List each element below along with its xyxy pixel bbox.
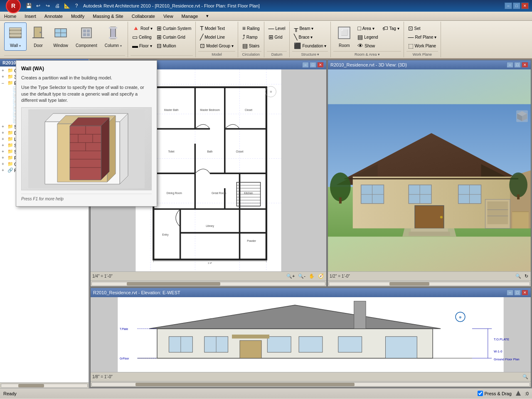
- brace-button[interactable]: ╲ Brace ▾: [292, 33, 328, 41]
- window-button[interactable]: Window: [50, 22, 71, 51]
- room-tag-col: 🏷 Tag ▾: [381, 22, 401, 32]
- room-button[interactable]: ⬜ Room: [333, 22, 355, 51]
- model-text-button[interactable]: T Model Text: [198, 24, 235, 32]
- beam-icon: ╥: [294, 25, 298, 32]
- restore-btn[interactable]: □: [513, 2, 520, 9]
- tag-icon: 🏷: [382, 25, 388, 32]
- sidebar-scrollbar-h[interactable]: [0, 382, 89, 388]
- model-group-items: T Model Text ╱ Model Line ⊡ Model Group …: [198, 22, 235, 51]
- elevation-scrollbar-h[interactable]: [91, 381, 531, 387]
- elevation-minimize[interactable]: –: [507, 290, 513, 296]
- door-button[interactable]: Door: [27, 22, 49, 51]
- minimize-btn[interactable]: –: [505, 2, 512, 9]
- ceiling-button[interactable]: ▭ Ceiling: [131, 33, 154, 41]
- ref-plane-button[interactable]: — Ref Plane ▾: [406, 33, 438, 41]
- elevation-close[interactable]: ✕: [522, 290, 528, 296]
- ribbon-group-circulation: ≡ Railing ⤴ Ramp ▤ Stairs Circulation: [238, 22, 264, 57]
- curtain-col: ⊞ Curtain System ⊞ Curtain Grid ⊟ Mullio…: [155, 22, 193, 50]
- menu-modify[interactable]: Modify: [67, 12, 89, 20]
- mullion-icon: ⊟: [157, 42, 162, 49]
- area-button[interactable]: □ Area ▾: [356, 24, 379, 32]
- zoom-indicator: [515, 390, 522, 397]
- level-button[interactable]: — Level: [267, 24, 287, 32]
- menu-annotate[interactable]: Annotate: [40, 12, 67, 20]
- foundation-button[interactable]: ⬛ Foundation ▾: [292, 42, 328, 50]
- 3d-view-minimize[interactable]: –: [507, 62, 513, 68]
- ribbon-group-room-area: ⬜ Room □ Area ▾ ▤ Legend 👁: [331, 22, 404, 57]
- floor-plan-close[interactable]: ✕: [317, 62, 324, 68]
- build-group-items: Wall ▾ Door: [4, 22, 125, 55]
- ramp-icon: ⤴: [242, 34, 245, 40]
- 3d-view-close[interactable]: ✕: [522, 62, 528, 68]
- 3d-view-controls: – □ ✕: [507, 62, 528, 68]
- ribbon-group-model: T Model Text ╱ Model Line ⊡ Model Group …: [196, 22, 238, 57]
- ramp-button[interactable]: ⤴ Ramp: [241, 33, 261, 41]
- svg-rect-14: [87, 33, 90, 36]
- wall-illustration: [28, 109, 145, 188]
- elevation-title-bar: R2010_Residence.rvt - Elevation: E-WEST …: [91, 288, 531, 297]
- status-text: Ready: [3, 391, 17, 396]
- floor-button[interactable]: ▬ Floor ▾: [131, 42, 154, 50]
- undo-quick-btn[interactable]: ↩: [34, 2, 42, 10]
- 3d-view-scrollbar-h[interactable]: [328, 281, 531, 286]
- railing-button[interactable]: ≡ Railing: [241, 24, 261, 32]
- zoom-icon: [515, 390, 522, 397]
- work-plane-label: Work Plane: [415, 44, 436, 48]
- curtain-system-button[interactable]: ⊞ Curtain System: [155, 24, 193, 32]
- menu-view[interactable]: View: [159, 12, 177, 20]
- brace-icon: ╲: [294, 34, 297, 40]
- ribbon-group-build: Wall ▾ Door: [2, 22, 128, 57]
- help-quick-btn[interactable]: ?: [72, 2, 81, 10]
- floor-plan-3d-nav[interactable]: 🧭: [317, 273, 325, 279]
- menu-manage[interactable]: Manage: [177, 12, 202, 20]
- legend-button[interactable]: ▤ Legend: [356, 33, 379, 41]
- floor-plan-zoom-in[interactable]: 🔍+: [286, 273, 296, 279]
- save-quick-btn[interactable]: 💾: [25, 2, 33, 10]
- level-label: Level: [276, 26, 286, 31]
- work-plane-button[interactable]: ⬚ Work Plane: [406, 42, 438, 50]
- press-drag-check[interactable]: [478, 391, 483, 396]
- mullion-button[interactable]: ⊟ Mullion: [155, 42, 193, 50]
- stairs-button[interactable]: ▤ Stairs: [241, 42, 261, 50]
- svg-point-111: [440, 216, 443, 219]
- beam-button[interactable]: ╥ Beam ▾: [292, 24, 328, 32]
- menu-collaborate[interactable]: Collaborate: [128, 12, 159, 20]
- elevation-zoom[interactable]: 🔍: [522, 374, 529, 380]
- svg-text:Ground Floor Plan: Ground Floor Plan: [494, 357, 520, 361]
- model-line-button[interactable]: ╱ Model Line: [198, 33, 235, 41]
- menu-massing[interactable]: Massing & Site: [89, 12, 127, 20]
- wall-button[interactable]: Wall ▾: [4, 22, 27, 51]
- floor-plan-scrollbar-h[interactable]: [91, 281, 326, 286]
- model-group-button[interactable]: ⊡ Model Group ▾: [198, 42, 235, 50]
- 3d-view-zoom[interactable]: 🔍: [515, 273, 522, 279]
- menu-insert[interactable]: Insert: [20, 12, 40, 20]
- curtain-grid-button[interactable]: ⊞ Curtain Grid: [155, 33, 193, 41]
- roof-button[interactable]: 🔺 Roof ▾: [131, 24, 154, 32]
- svg-rect-10: [81, 28, 91, 38]
- print-quick-btn[interactable]: 🖨: [53, 2, 62, 10]
- ribbon: Wall ▾ Door: [0, 21, 532, 59]
- show-button[interactable]: 👁 Show: [356, 42, 379, 50]
- elevation-restore[interactable]: □: [514, 290, 521, 296]
- redo-quick-btn[interactable]: ↪: [44, 2, 52, 10]
- svg-rect-132: [354, 301, 366, 328]
- floor-plan-zoom-out[interactable]: 🔍-: [297, 273, 306, 279]
- menu-home[interactable]: Home: [0, 12, 20, 20]
- component-button[interactable]: Component: [72, 22, 101, 51]
- close-btn[interactable]: ✕: [521, 2, 529, 9]
- svg-text:Master Bedroom: Master Bedroom: [200, 108, 219, 111]
- press-drag-checkbox[interactable]: Press & Drag: [478, 391, 511, 396]
- measure-quick-btn[interactable]: 📐: [63, 2, 71, 10]
- column-button[interactable]: Column ▾: [101, 22, 125, 51]
- 3d-view-restore[interactable]: □: [514, 62, 521, 68]
- area-icon: □: [357, 25, 361, 32]
- set-button[interactable]: ⊡ Set: [406, 24, 438, 32]
- 3d-view-rotate[interactable]: ↻: [524, 273, 529, 279]
- floor-plan-restore[interactable]: □: [310, 62, 316, 68]
- mullion-label: Mullion: [163, 44, 176, 48]
- tag-button[interactable]: 🏷 Tag ▾: [381, 24, 401, 32]
- grid-button[interactable]: ⊞ Grid: [267, 33, 287, 41]
- menu-extra[interactable]: ▾: [202, 12, 213, 20]
- floor-plan-minimize[interactable]: –: [302, 62, 309, 68]
- floor-plan-pan[interactable]: ✋: [308, 273, 315, 279]
